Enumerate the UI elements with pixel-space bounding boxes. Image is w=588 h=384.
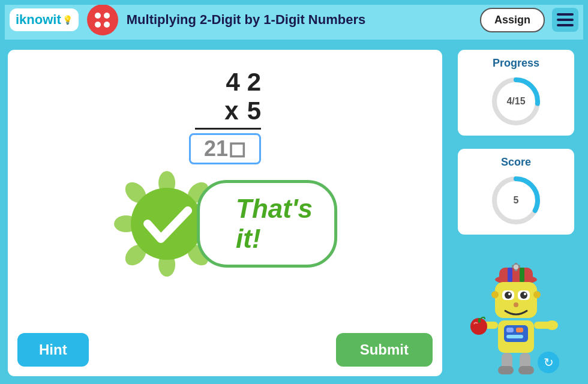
- svg-rect-32: [506, 328, 514, 332]
- answer-value: 21◻: [204, 136, 246, 161]
- mascot-area: ↻: [468, 246, 564, 378]
- logo: iknowit 💡: [10, 8, 79, 31]
- svg-point-23: [505, 292, 512, 299]
- menu-line: [557, 13, 574, 16]
- multiplicand: 4 2: [226, 68, 261, 97]
- progress-card: Progress 4/15: [456, 48, 576, 137]
- content-area: 4 2 x 5 21◻: [6, 48, 444, 378]
- dice-icon: [87, 4, 118, 35]
- svg-rect-15: [508, 268, 512, 282]
- svg-rect-33: [516, 328, 523, 332]
- logo-text: iknowit: [16, 12, 61, 28]
- progress-label: 4/15: [506, 96, 525, 107]
- math-row-top: 4 2: [226, 68, 261, 97]
- success-text: That's it!: [236, 194, 313, 253]
- success-pill: That's it!: [197, 180, 337, 268]
- svg-point-19: [514, 265, 518, 269]
- math-problem: 4 2 x 5 21◻: [189, 68, 261, 164]
- svg-point-29: [533, 291, 541, 298]
- score-circle: 5: [489, 173, 543, 227]
- progress-title: Progress: [493, 57, 539, 70]
- next-arrow-button[interactable]: ↻: [538, 352, 559, 373]
- svg-point-24: [520, 292, 527, 299]
- svg-point-39: [546, 320, 558, 330]
- lesson-title: Multiplying 2-Digit by 1-Digit Numbers: [127, 12, 480, 28]
- svg-point-27: [514, 302, 518, 307]
- svg-rect-20: [495, 282, 537, 318]
- submit-button[interactable]: Submit: [336, 333, 433, 367]
- svg-rect-34: [506, 335, 523, 338]
- svg-point-8: [131, 188, 203, 260]
- dice-dot: [95, 13, 101, 19]
- sidebar: Progress 4/15 Score 5: [450, 48, 582, 378]
- progress-circle: 4/15: [489, 74, 543, 128]
- bottom-bar: Hint Submit: [17, 333, 433, 367]
- dice-dot: [95, 22, 101, 28]
- svg-point-26: [524, 293, 526, 295]
- svg-rect-37: [478, 318, 481, 323]
- operator-symbol: x: [224, 97, 238, 125]
- arrow-icon: ↻: [544, 355, 554, 370]
- dice-dot: [104, 22, 110, 28]
- score-title: Score: [501, 156, 531, 169]
- menu-button[interactable]: [552, 8, 578, 32]
- bulb-icon: 💡: [62, 15, 73, 25]
- main-layout: 4 2 x 5 21◻: [0, 42, 588, 384]
- header: iknowit 💡 Multiplying 2-Digit by 1-Digit…: [0, 0, 588, 42]
- dice-dots: [92, 10, 112, 30]
- hint-button[interactable]: Hint: [17, 333, 89, 367]
- answer-box[interactable]: 21◻: [189, 133, 261, 164]
- math-line: [195, 128, 261, 130]
- score-card: Score 5: [456, 147, 576, 236]
- menu-line: [557, 24, 574, 26]
- score-label: 5: [514, 195, 519, 206]
- svg-rect-16: [520, 268, 524, 282]
- svg-rect-43: [518, 366, 534, 374]
- svg-point-28: [491, 291, 499, 298]
- math-row-bottom: x 5: [224, 97, 261, 125]
- svg-point-25: [508, 293, 511, 295]
- assign-button[interactable]: Assign: [480, 8, 545, 32]
- multiplier: 5: [247, 97, 261, 125]
- svg-rect-42: [498, 366, 514, 374]
- success-overlay: That's it!: [113, 170, 337, 278]
- menu-line: [557, 19, 574, 21]
- dice-dot: [104, 13, 110, 19]
